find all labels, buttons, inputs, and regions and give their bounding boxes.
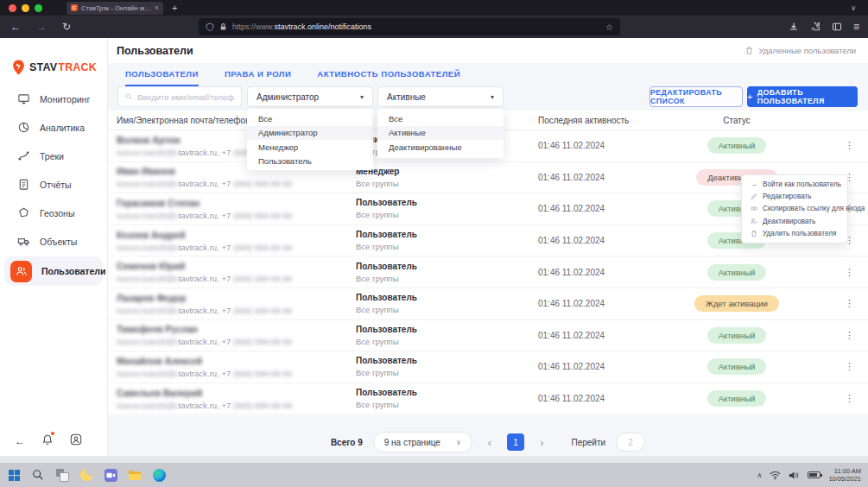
volume-icon[interactable] bbox=[789, 471, 800, 480]
prev-page-button[interactable]: ‹ bbox=[483, 436, 497, 449]
user-name: Козлов Андрей bbox=[117, 230, 356, 240]
pencil-icon bbox=[750, 193, 758, 200]
dropdown-option[interactable]: Администратор bbox=[247, 126, 373, 141]
section-tab[interactable]: ПРАВА И РОЛИ bbox=[225, 69, 291, 86]
browser-tab[interactable]: С СтавТрэк - Онлайн мониторин × bbox=[67, 2, 163, 15]
maximize-window-button[interactable] bbox=[35, 4, 42, 12]
user-group: Все группы bbox=[356, 242, 538, 251]
last-activity: 01:46 11.02.2024 bbox=[538, 362, 650, 371]
user-group: Все группы bbox=[356, 400, 538, 409]
user-contact: ivanov.ivan26@stavtrack.ru, +7 (999) 999… bbox=[117, 211, 356, 220]
downloads-icon[interactable] bbox=[789, 22, 799, 32]
sidebar-nav: Мониторинг Аналитика Треки Отчёты Геозон… bbox=[0, 83, 107, 287]
edge-icon[interactable] bbox=[152, 468, 166, 482]
role-filter-dropdown: Все Администратор Менеджер Пользователь bbox=[247, 109, 373, 170]
user-group: Все группы bbox=[356, 337, 538, 346]
per-page-select[interactable]: 9 на странице ∨ bbox=[373, 432, 472, 452]
table-row: Семенов Юрий ivanov.ivan26@stavtrack.ru,… bbox=[108, 256, 868, 288]
goto-page-input[interactable] bbox=[616, 433, 645, 452]
delete-user-item[interactable]: Удалить пользователя bbox=[742, 228, 847, 240]
bookmark-star-icon[interactable]: ☆ bbox=[605, 22, 613, 32]
sidebar-item-users[interactable]: Пользователи bbox=[0, 256, 107, 287]
firefox-icon[interactable] bbox=[79, 468, 93, 482]
menu-icon[interactable]: ≡ bbox=[853, 21, 859, 33]
reload-button[interactable]: ↻ bbox=[62, 21, 71, 33]
tray-overflow-chevron-icon[interactable]: ∧ bbox=[757, 471, 763, 479]
tab-list-chevron-icon[interactable]: ∨ bbox=[851, 4, 856, 12]
edit-user-item[interactable]: Редактировать bbox=[742, 190, 847, 202]
search-input[interactable] bbox=[137, 92, 234, 102]
site-favicon: С bbox=[71, 4, 78, 11]
row-menu-kebab-icon[interactable]: ⋮ bbox=[845, 298, 854, 309]
sidebar-item-analytics[interactable]: Аналитика bbox=[0, 113, 107, 142]
back-button[interactable]: ← bbox=[10, 21, 21, 33]
wifi-icon[interactable] bbox=[770, 471, 781, 480]
user-name: Герасимов Степан bbox=[117, 198, 356, 208]
notification-dot bbox=[51, 432, 54, 435]
section-tab[interactable]: ПОЛЬЗОВАТЕЛИ bbox=[125, 69, 199, 86]
forward-button[interactable]: → bbox=[36, 21, 47, 33]
sidebar-item-tracks[interactable]: Треки bbox=[0, 142, 107, 170]
row-menu-kebab-icon[interactable]: ⋮ bbox=[845, 140, 854, 151]
dropdown-option[interactable]: Активные bbox=[377, 126, 504, 141]
window-controls bbox=[0, 4, 42, 12]
row-menu-kebab-icon[interactable]: ⋮ bbox=[845, 393, 854, 404]
next-page-button[interactable]: › bbox=[535, 436, 548, 449]
page-number-button[interactable]: 1 bbox=[507, 433, 524, 451]
task-view-icon[interactable] bbox=[55, 468, 69, 482]
user-name: Лазарев Федор bbox=[117, 293, 356, 303]
profile-icon[interactable] bbox=[70, 433, 82, 449]
start-button-icon[interactable] bbox=[7, 468, 21, 482]
screen: С СтавТрэк - Онлайн мониторин × + ∨ ← → … bbox=[0, 0, 868, 487]
user-role: Пользователь bbox=[356, 356, 538, 365]
add-user-button[interactable]: + ДОБАВИТЬ ПОЛЬЗОВАТЕЛЯ bbox=[747, 86, 858, 107]
dropdown-option[interactable]: Пользователь bbox=[247, 155, 373, 169]
dropdown-option[interactable]: Менеджер bbox=[247, 140, 373, 155]
dropdown-option[interactable]: Деактивированные bbox=[377, 140, 504, 155]
taskbar-clock[interactable]: 11:00 AM 10/05/2021 bbox=[828, 467, 861, 484]
users-icon bbox=[10, 261, 32, 282]
deactivate-user-item[interactable]: Деактивировать bbox=[742, 215, 847, 227]
status-badge: Активный bbox=[707, 264, 767, 281]
dropdown-option[interactable]: Все bbox=[377, 111, 504, 126]
new-tab-button[interactable]: + bbox=[172, 3, 177, 13]
extensions-icon[interactable] bbox=[810, 22, 820, 32]
user-minus-icon bbox=[750, 218, 758, 225]
sidebar-toggle-icon[interactable] bbox=[832, 22, 842, 32]
edit-list-button[interactable]: РЕДАКТИРОВАТЬ СПИСОК bbox=[649, 86, 743, 107]
notifications-bell-icon[interactable] bbox=[41, 433, 54, 449]
close-window-button[interactable] bbox=[9, 4, 16, 12]
row-menu-kebab-icon[interactable]: ⋮ bbox=[845, 330, 854, 341]
sidebar-item-objects[interactable]: Объекты bbox=[0, 227, 107, 256]
login-as-user-item[interactable]: → Войти как пользователь bbox=[742, 178, 847, 190]
dropdown-option[interactable]: Все bbox=[247, 111, 373, 126]
tray-time: 11:00 AM bbox=[828, 467, 861, 475]
battery-icon[interactable] bbox=[808, 471, 820, 478]
file-explorer-icon[interactable] bbox=[128, 468, 142, 482]
sidebar-item-geozones[interactable]: Геозоны bbox=[0, 199, 107, 227]
row-menu-kebab-icon[interactable]: ⋮ bbox=[845, 361, 854, 372]
route-icon bbox=[16, 149, 30, 163]
pie-chart-icon bbox=[16, 121, 30, 135]
role-filter-select[interactable]: Администратор ▾ bbox=[247, 86, 373, 107]
user-name: Семенов Юрий bbox=[117, 261, 356, 271]
chevron-down-icon: ▾ bbox=[491, 93, 494, 101]
copy-login-link-item[interactable]: Скопировать ссылку для входа bbox=[742, 203, 847, 215]
tab-close-icon[interactable]: × bbox=[155, 3, 159, 12]
taskbar-search-icon[interactable] bbox=[31, 468, 45, 482]
teams-chat-icon[interactable] bbox=[104, 468, 117, 482]
user-group: Все группы bbox=[356, 305, 538, 314]
sidebar-footer: ← bbox=[0, 433, 107, 449]
sidebar-item-monitoring[interactable]: Мониторинг bbox=[0, 85, 107, 113]
status-filter-select[interactable]: Активные ▾ bbox=[377, 86, 504, 107]
deleted-users-link[interactable]: Удаленные пользователи bbox=[744, 46, 856, 55]
section-tab[interactable]: АКТИВНОСТЬ ПОЛЬЗОВАТЕЛЕЙ bbox=[317, 69, 460, 86]
row-menu-kebab-icon[interactable]: ⋮ bbox=[845, 267, 854, 278]
sidebar-item-reports[interactable]: Отчёты bbox=[0, 170, 107, 199]
table-row: Савельев Валерий ivanov.ivan26@stavtrack… bbox=[108, 383, 868, 415]
collapse-sidebar-icon[interactable]: ← bbox=[15, 435, 25, 447]
url-bar[interactable]: https://www.stavtrack.online/notificatio… bbox=[199, 18, 620, 35]
search-box bbox=[117, 86, 242, 107]
user-name: Савельев Валерий bbox=[117, 388, 356, 398]
minimize-window-button[interactable] bbox=[22, 4, 29, 12]
